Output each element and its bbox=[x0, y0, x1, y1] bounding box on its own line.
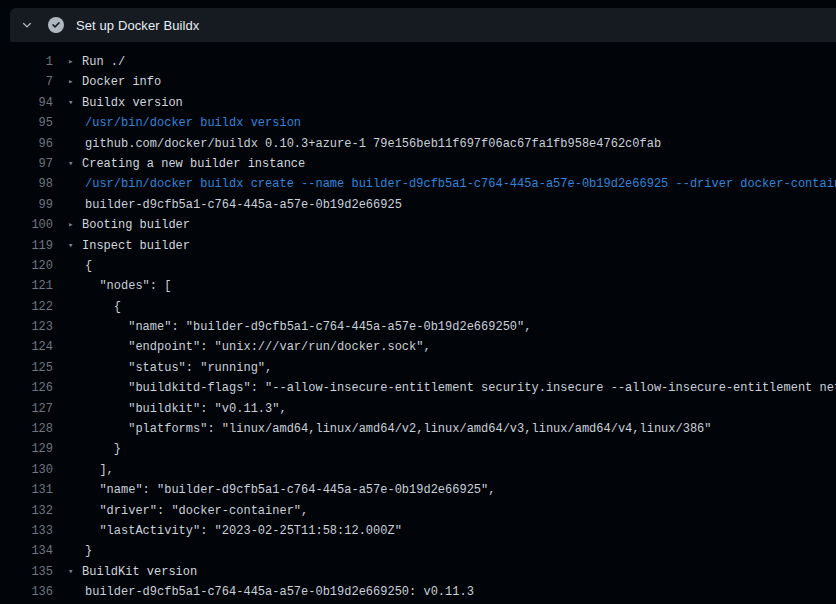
log-line: 99builder-d9cfb5a1-c764-445a-a57e-0b19d2… bbox=[0, 195, 836, 215]
line-number: 124 bbox=[0, 337, 53, 357]
line-number: 135 bbox=[0, 562, 53, 582]
chevron-down-icon[interactable] bbox=[20, 18, 34, 32]
line-number: 100 bbox=[0, 215, 53, 235]
output-text: "lastActivity": "2023-02-25T11:58:12.000… bbox=[85, 521, 402, 541]
log-line: 126 "buildkitd-flags": "--allow-insecure… bbox=[0, 378, 836, 398]
group-title: Run ./ bbox=[82, 52, 125, 72]
line-number: 132 bbox=[0, 501, 53, 521]
group-title: Creating a new builder instance bbox=[82, 154, 305, 174]
triangle-down-icon: ▾ bbox=[68, 236, 80, 256]
log-line: 130 ], bbox=[0, 460, 836, 480]
triangle-down-icon: ▾ bbox=[68, 93, 80, 113]
line-number: 94 bbox=[0, 93, 53, 113]
output-text: "buildkitd-flags": "--allow-insecure-ent… bbox=[85, 378, 836, 398]
line-number: 128 bbox=[0, 419, 53, 439]
line-number: 123 bbox=[0, 317, 53, 337]
line-number: 131 bbox=[0, 480, 53, 500]
check-circle-icon bbox=[48, 17, 64, 33]
output-text: builder-d9cfb5a1-c764-445a-a57e-0b19d2e6… bbox=[85, 582, 474, 602]
output-text: ], bbox=[85, 460, 114, 480]
output-text: "endpoint": "unix:///var/run/docker.sock… bbox=[85, 337, 431, 357]
output-text: "status": "running", bbox=[85, 358, 272, 378]
log-line: 133 "lastActivity": "2023-02-25T11:58:12… bbox=[0, 521, 836, 541]
log-line: 123 "name": "builder-d9cfb5a1-c764-445a-… bbox=[0, 317, 836, 337]
output-text: "driver": "docker-container", bbox=[85, 501, 308, 521]
log-group-row[interactable]: 119▾Inspect builder bbox=[0, 236, 836, 256]
output-text: { bbox=[85, 256, 92, 276]
output-text: } bbox=[85, 439, 121, 459]
log-group-row[interactable]: 100▸Booting builder bbox=[0, 215, 836, 235]
step-header[interactable]: Set up Docker Buildx bbox=[10, 8, 836, 42]
line-number: 126 bbox=[0, 378, 53, 398]
log-line: 96github.com/docker/buildx 0.10.3+azure-… bbox=[0, 134, 836, 154]
output-text: { bbox=[85, 297, 121, 317]
line-number: 98 bbox=[0, 174, 53, 194]
triangle-down-icon: ▾ bbox=[68, 154, 80, 174]
output-text: } bbox=[85, 541, 92, 561]
triangle-right-icon: ▸ bbox=[68, 72, 80, 92]
log-lines: 1▸Run ./7▸Docker info94▾Buildx version95… bbox=[0, 42, 836, 603]
log-line: 136builder-d9cfb5a1-c764-445a-a57e-0b19d… bbox=[0, 582, 836, 602]
line-number: 97 bbox=[0, 154, 53, 174]
step-title: Set up Docker Buildx bbox=[76, 18, 199, 33]
output-text: "name": "builder-d9cfb5a1-c764-445a-a57e… bbox=[85, 480, 495, 500]
line-number: 122 bbox=[0, 297, 53, 317]
triangle-down-icon: ▾ bbox=[68, 562, 80, 582]
command-text: /usr/bin/docker buildx version bbox=[85, 113, 301, 133]
log-line: 129 } bbox=[0, 439, 836, 459]
line-number: 95 bbox=[0, 113, 53, 133]
group-title: Inspect builder bbox=[82, 236, 190, 256]
line-number: 136 bbox=[0, 582, 53, 602]
group-title: Buildx version bbox=[82, 93, 183, 113]
line-number: 119 bbox=[0, 236, 53, 256]
log-line: 125 "status": "running", bbox=[0, 358, 836, 378]
output-text: "name": "builder-d9cfb5a1-c764-445a-a57e… bbox=[85, 317, 531, 337]
line-number: 130 bbox=[0, 460, 53, 480]
output-text: "nodes": [ bbox=[85, 276, 171, 296]
log-line: 128 "platforms": "linux/amd64,linux/amd6… bbox=[0, 419, 836, 439]
log-line: 131 "name": "builder-d9cfb5a1-c764-445a-… bbox=[0, 480, 836, 500]
line-number: 125 bbox=[0, 358, 53, 378]
output-text: builder-d9cfb5a1-c764-445a-a57e-0b19d2e6… bbox=[85, 195, 402, 215]
triangle-right-icon: ▸ bbox=[68, 52, 80, 72]
triangle-right-icon: ▸ bbox=[68, 215, 80, 235]
log-line: 122 { bbox=[0, 297, 836, 317]
log-group-row[interactable]: 94▾Buildx version bbox=[0, 93, 836, 113]
line-number: 1 bbox=[0, 52, 53, 72]
line-number: 96 bbox=[0, 134, 53, 154]
log-line: 124 "endpoint": "unix:///var/run/docker.… bbox=[0, 337, 836, 357]
group-title: Docker info bbox=[82, 72, 161, 92]
log-line: 95/usr/bin/docker buildx version bbox=[0, 113, 836, 133]
group-title: BuildKit version bbox=[82, 562, 197, 582]
log-group-row[interactable]: 7▸Docker info bbox=[0, 72, 836, 92]
line-number: 127 bbox=[0, 399, 53, 419]
line-number: 134 bbox=[0, 541, 53, 561]
log-line: 134} bbox=[0, 541, 836, 561]
group-title: Booting builder bbox=[82, 215, 190, 235]
line-number: 99 bbox=[0, 195, 53, 215]
line-number: 129 bbox=[0, 439, 53, 459]
log-line: 120{ bbox=[0, 256, 836, 276]
line-number: 121 bbox=[0, 276, 53, 296]
line-number: 133 bbox=[0, 521, 53, 541]
log-line: 98/usr/bin/docker buildx create --name b… bbox=[0, 174, 836, 194]
log-line: 127 "buildkit": "v0.11.3", bbox=[0, 399, 836, 419]
output-text: "platforms": "linux/amd64,linux/amd64/v2… bbox=[85, 419, 712, 439]
output-text: github.com/docker/buildx 0.10.3+azure-1 … bbox=[85, 134, 661, 154]
log-line: 132 "driver": "docker-container", bbox=[0, 501, 836, 521]
log-group-row[interactable]: 1▸Run ./ bbox=[0, 52, 836, 72]
output-text: "buildkit": "v0.11.3", bbox=[85, 399, 287, 419]
command-text: /usr/bin/docker buildx create --name bui… bbox=[85, 174, 836, 194]
log-line: 121 "nodes": [ bbox=[0, 276, 836, 296]
line-number: 120 bbox=[0, 256, 53, 276]
log-group-row[interactable]: 135▾BuildKit version bbox=[0, 562, 836, 582]
log-group-row[interactable]: 97▾Creating a new builder instance bbox=[0, 154, 836, 174]
line-number: 7 bbox=[0, 72, 53, 92]
